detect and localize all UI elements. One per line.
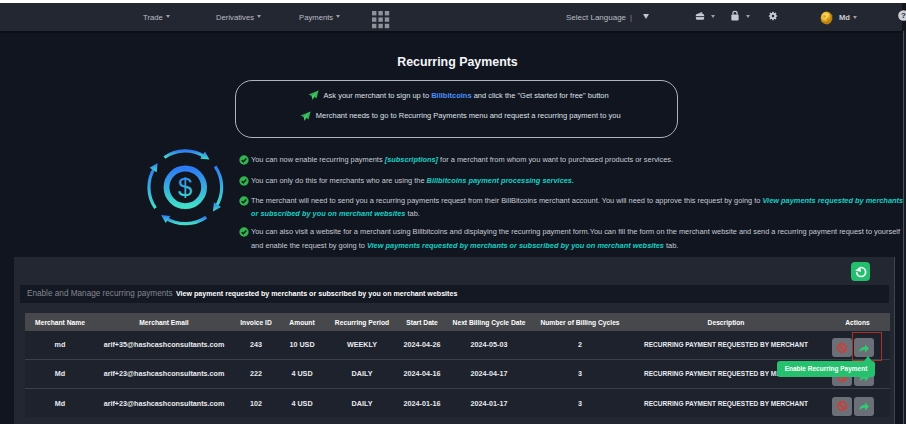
svg-text:$: $: [178, 172, 193, 202]
svg-text:?: ?: [901, 11, 906, 20]
